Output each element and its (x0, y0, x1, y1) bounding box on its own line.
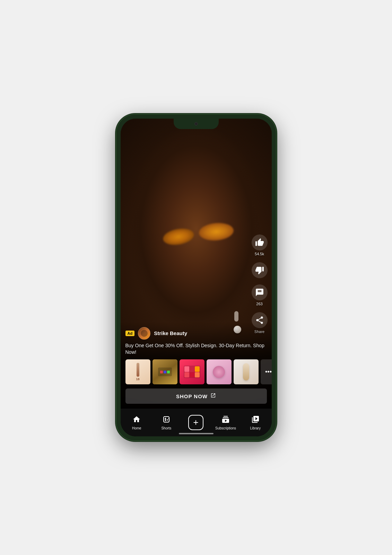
comment-button[interactable]: 263 (252, 284, 268, 306)
nav-item-library[interactable]: Library (241, 415, 270, 430)
comment-icon (255, 288, 264, 297)
shop-now-label: SHOP NOW (176, 393, 208, 399)
more-dots-icon: ••• (265, 368, 271, 376)
product-thumb-1[interactable]: 18 (125, 359, 150, 384)
video-area[interactable]: 54.5k (121, 119, 272, 409)
nav-label-library: Library (250, 426, 261, 430)
product-thumb-5[interactable] (234, 359, 259, 384)
create-button[interactable] (188, 415, 203, 430)
shorts-icon (162, 415, 171, 425)
nav-label-subscriptions: Subscriptions (215, 426, 236, 430)
home-indicator (179, 433, 214, 434)
notch (174, 119, 219, 129)
ad-channel-name: Strike Beauty (154, 330, 187, 336)
nav-item-shorts[interactable]: Shorts (151, 415, 181, 430)
product-thumb-2[interactable] (153, 359, 177, 384)
product-grid: 18 (125, 359, 267, 384)
like-count: 54.5k (255, 252, 264, 256)
ad-description: Buy One Get One 30% Off. Stylish Design.… (125, 342, 267, 356)
thumbs-up-icon (255, 238, 264, 247)
earring (234, 311, 238, 322)
comment-icon-bg (252, 284, 268, 300)
ad-overlay: Ad Strike Beauty Buy One Get One 30% Off… (121, 323, 272, 409)
library-icon (251, 415, 260, 425)
phone-screen: 54.5k (121, 119, 272, 436)
subscriptions-icon (221, 415, 230, 425)
sidebar-actions: 54.5k (252, 234, 268, 334)
comment-count: 263 (256, 302, 262, 306)
phone-wrapper: 54.5k (113, 111, 279, 444)
nav-item-subscriptions[interactable]: Subscriptions (211, 415, 241, 430)
dislike-button[interactable] (252, 262, 268, 278)
product-thumb-4[interactable] (207, 359, 232, 384)
nav-label-shorts: Shorts (161, 426, 171, 430)
bottom-nav: Home Shorts (121, 409, 272, 436)
more-products-button[interactable]: ••• (261, 359, 272, 384)
shop-now-button[interactable]: SHOP NOW (125, 388, 267, 404)
nav-item-create[interactable] (181, 415, 211, 430)
nav-label-home: Home (132, 426, 141, 430)
ad-header: Ad Strike Beauty (125, 327, 267, 340)
thumbs-down-icon (255, 266, 264, 275)
dislike-icon-bg (252, 262, 268, 278)
camera (194, 122, 198, 126)
like-button[interactable]: 54.5k (252, 234, 268, 256)
product-thumb-3[interactable] (180, 359, 204, 384)
nav-item-home[interactable]: Home (122, 415, 152, 430)
external-link-icon (210, 393, 216, 400)
like-icon-bg (252, 234, 268, 250)
ad-avatar (138, 327, 150, 340)
ad-badge: Ad (125, 331, 135, 336)
phone-frame: 54.5k (116, 114, 276, 441)
home-icon (132, 415, 141, 425)
